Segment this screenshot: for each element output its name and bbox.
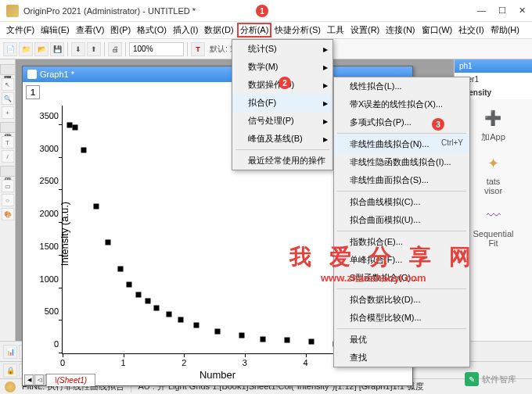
menu-item[interactable]: 最近经常使用的操作 <box>232 152 332 170</box>
sheet-tab[interactable]: \(Sheet1) <box>46 374 95 386</box>
menu-r[interactable]: 设置(R) <box>347 23 383 38</box>
app-icon <box>6 5 19 17</box>
menu-item[interactable]: 线性拟合(L)... <box>334 77 469 95</box>
menu-item[interactable]: 拟合曲线模拟(C)... <box>334 193 469 211</box>
data-point[interactable] <box>136 292 142 297</box>
menu-item[interactable]: 拟合模型比较(M)... <box>334 309 469 327</box>
window-title: OriginPro 2021 (Administrator) - UNTITLE… <box>23 6 477 16</box>
menu-item[interactable]: 统计(S)▶ <box>232 40 332 58</box>
data-point[interactable] <box>66 123 72 128</box>
data-point[interactable] <box>166 311 171 317</box>
menu-i[interactable]: 插入(I) <box>170 23 201 38</box>
graph-type-icon[interactable]: 📊 <box>3 345 17 359</box>
menu-s[interactable]: 快捷分析(S) <box>271 23 324 38</box>
watermark-url: www.zhanshaoyi.com <box>321 272 426 284</box>
app-tool[interactable]: 〰Sequential Fit <box>473 205 514 248</box>
callout-1: 1 <box>256 5 268 17</box>
reader-tool-icon[interactable]: + <box>2 106 14 119</box>
data-point[interactable] <box>285 338 290 343</box>
watermark-text: 我 爱 分 享 网 <box>289 242 477 272</box>
data-point[interactable] <box>193 323 199 328</box>
minimize-button[interactable]: — <box>477 5 486 16</box>
new-project-icon[interactable]: 📄 <box>3 42 17 56</box>
menu-i[interactable]: 社交(I) <box>455 23 487 38</box>
new-folder-icon[interactable]: 📁 <box>19 42 33 56</box>
save-icon[interactable]: 💾 <box>50 42 64 56</box>
menu-[interactable]: 工具 <box>324 23 347 38</box>
data-point[interactable] <box>309 339 315 345</box>
menu-o[interactable]: 格式(O) <box>134 23 170 38</box>
fit-submenu-dropdown: 线性拟合(L)...带X误差的线性拟合(X)...多项式拟合(P)...非线性曲… <box>333 77 470 367</box>
menu-item[interactable]: 非线性曲面拟合(S)... <box>334 171 469 189</box>
menu-v[interactable]: 查看(V) <box>73 23 108 38</box>
messages-tab[interactable]: 消息日志 <box>0 122 16 133</box>
menu-item[interactable]: 带X误差的线性拟合(X)... <box>334 95 469 113</box>
menubar: 文件(F)编辑(E)查看(V)图(P)格式(O)插入(I)数据(D)分析(A)快… <box>0 22 532 39</box>
left-vertical-toolbar: 项目管理器 ↖ 🔍 + 消息日志 T / 提示日志 ▭ ○ 🎨 <box>0 59 16 341</box>
pointer-tool-icon[interactable]: ↖ <box>2 78 14 91</box>
data-point[interactable] <box>81 147 87 152</box>
x-axis-label: Number <box>200 369 235 381</box>
menu-item[interactable]: 峰值及基线(B)▶ <box>232 130 332 148</box>
maximize-button[interactable]: ☐ <box>498 5 506 16</box>
graph-window-title: Graph1 * <box>40 70 74 79</box>
data-point[interactable] <box>72 125 77 131</box>
import-icon[interactable]: ⬇ <box>71 42 85 56</box>
menu-item[interactable]: 拟合(F)▶ <box>232 94 332 112</box>
text-tool-icon[interactable]: T <box>191 42 205 56</box>
menu-w[interactable]: 窗口(W) <box>419 23 456 38</box>
menu-item[interactable]: 多项式拟合(P)... <box>334 113 469 131</box>
menu-item[interactable]: 非线性曲线拟合(N)...Ctrl+Y <box>334 135 469 153</box>
menu-item[interactable]: 最优 <box>334 331 469 349</box>
status-indicator-icon <box>5 381 16 392</box>
menu-item[interactable]: 数学(M)▶ <box>232 58 332 76</box>
menu-f[interactable]: 文件(F) <box>3 23 38 38</box>
data-point[interactable] <box>261 336 266 342</box>
data-point[interactable] <box>93 204 99 210</box>
color-tool-icon[interactable]: 🎨 <box>2 208 14 220</box>
graph-window-icon <box>27 70 37 79</box>
menu-a[interactable]: 分析(A) <box>237 23 272 38</box>
lock-icon[interactable]: 🔒 <box>3 364 17 378</box>
print-icon[interactable]: 🖨 <box>108 42 122 56</box>
rect-tool-icon[interactable]: ▭ <box>2 180 14 192</box>
export-icon[interactable]: ⬆ <box>87 42 101 56</box>
menu-item[interactable]: 拟合曲面模拟(U)... <box>334 211 469 229</box>
data-point[interactable] <box>214 328 220 334</box>
text-tool-icon[interactable]: T <box>2 136 14 149</box>
menu-e[interactable]: 编辑(E) <box>38 23 73 38</box>
open-icon[interactable]: 📂 <box>34 42 49 56</box>
close-button[interactable]: ✕ <box>519 5 526 16</box>
menu-item[interactable]: 非线性隐函数曲线拟合(I)... <box>334 153 469 171</box>
right-panel-header: ph1 <box>455 59 532 73</box>
menu-item[interactable]: 查找 <box>334 349 469 367</box>
menu-item[interactable]: 信号处理(P)▶ <box>232 112 332 130</box>
menu-h[interactable]: 帮助(H) <box>487 23 523 38</box>
data-point[interactable] <box>145 299 150 304</box>
circle-tool-icon[interactable]: ○ <box>2 194 14 206</box>
data-point[interactable] <box>239 332 245 338</box>
menu-n[interactable]: 连接(N) <box>383 23 418 38</box>
line-tool-icon[interactable]: / <box>2 150 14 163</box>
zoom-input[interactable] <box>129 42 184 56</box>
menu-item[interactable]: 拟合数据比较(D)... <box>334 291 469 309</box>
project-explorer-tab[interactable]: 项目管理器 <box>0 64 16 75</box>
zoom-tool-icon[interactable]: 🔍 <box>2 92 14 105</box>
analysis-menu-dropdown: 统计(S)▶数学(M)▶数据操作(D)▶拟合(F)▶信号处理(P)▶峰值及基线(… <box>232 39 333 170</box>
callout-2: 2 <box>279 77 291 89</box>
menu-p[interactable]: 图(P) <box>107 23 134 38</box>
data-point[interactable] <box>154 305 160 310</box>
layer-tab[interactable]: 1 <box>26 85 40 99</box>
data-point[interactable] <box>117 266 123 271</box>
callout-3: 3 <box>432 118 444 131</box>
data-point[interactable] <box>106 240 111 245</box>
data-point[interactable] <box>127 282 132 288</box>
hints-tab[interactable]: 提示日志 <box>0 166 16 177</box>
app-tool[interactable]: ➕加App <box>481 107 505 143</box>
data-point[interactable] <box>178 317 184 322</box>
watermark-source: ✎软件智库 <box>465 372 516 386</box>
menu-d[interactable]: 数据(D) <box>201 23 236 38</box>
app-tool[interactable]: ✦tats visor <box>483 152 505 195</box>
